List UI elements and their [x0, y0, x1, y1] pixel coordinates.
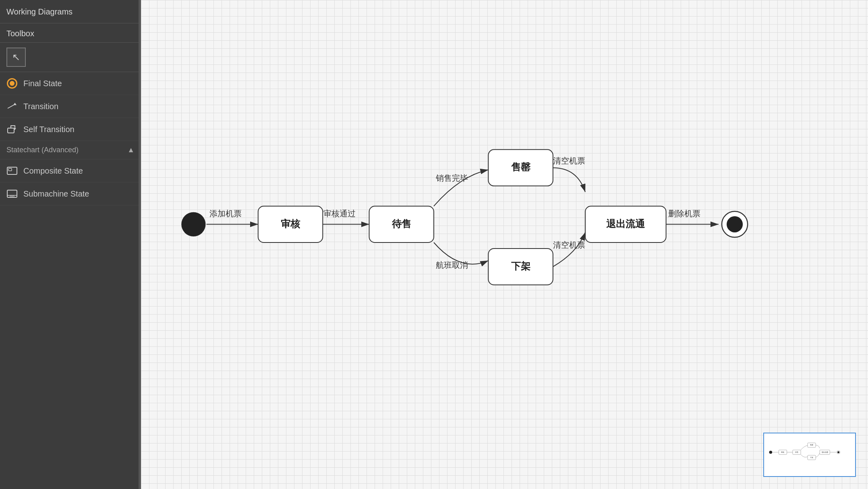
- final-state-label: Final State: [23, 79, 62, 88]
- cursor-icon: ↖: [12, 52, 20, 63]
- toolbox-item-self-transition[interactable]: Self Transition: [0, 118, 141, 141]
- working-diagrams-label: Working Diagrams: [6, 7, 73, 16]
- initial-state-node[interactable]: [181, 212, 205, 236]
- toolbox-area: Toolbox ↖ Final State: [0, 23, 141, 205]
- cursor-tool[interactable]: ↖: [6, 48, 26, 67]
- self-transition-label: Self Transition: [23, 125, 75, 134]
- final-state-icon-container: [6, 78, 18, 89]
- working-diagrams-header: Working Diagrams: [0, 0, 141, 23]
- composite-state-label: Composite State: [23, 166, 83, 176]
- label-shejia: 售罄: [511, 162, 531, 172]
- svg-rect-8: [10, 196, 12, 197]
- arrow-shejia-tuichu: [553, 168, 585, 192]
- submachine-state-label: Submachine State: [23, 189, 89, 199]
- transition-icon: [7, 101, 17, 112]
- final-state-icon: [7, 78, 17, 89]
- self-transition-icon-container: [6, 124, 18, 135]
- composite-state-icon: [7, 167, 17, 175]
- label-tuichu-end: 删除机票: [668, 209, 700, 218]
- minimap-content: 审核 待售 售罄 下架: [764, 433, 855, 476]
- toolbox-header: Toolbox: [0, 23, 141, 43]
- canvas-area[interactable]: 添加机票 审核 审核通过 待售 销售完毕 售罄 清空机票 航班取消 下架 清空机…: [141, 0, 868, 489]
- label-tuichu: 退出流通: [606, 218, 645, 229]
- label-shenhe: 审核: [281, 218, 300, 229]
- statechart-advanced-header[interactable]: Statechart (Advanced) ▲: [0, 141, 141, 160]
- minimap-svg: 审核 待售 售罄 下架: [764, 433, 855, 476]
- svg-point-11: [769, 451, 773, 454]
- label-daishou: 待售: [392, 218, 411, 229]
- label-daishou-shejia: 销售完毕: [435, 174, 468, 182]
- collapse-icon: ▲: [127, 146, 135, 154]
- svg-point-26: [837, 451, 839, 453]
- submachine-state-icon: [7, 190, 17, 198]
- label-xiajia: 下架: [511, 261, 530, 271]
- transition-label: Transition: [23, 102, 58, 111]
- statechart-advanced-label: Statechart (Advanced): [6, 146, 79, 154]
- sidebar: Working Diagrams Toolbox ↖ Final State: [0, 0, 141, 489]
- toolbox-item-composite-state[interactable]: Composite State: [0, 160, 141, 182]
- label-start-shenhe: 添加机票: [209, 209, 242, 218]
- transition-icon-container: [6, 101, 18, 112]
- cursor-tool-container: ↖: [0, 43, 141, 72]
- svg-marker-1: [13, 103, 17, 105]
- svg-rect-9: [12, 196, 14, 197]
- final-state-inner: [10, 81, 15, 86]
- diagram-svg: 添加机票 审核 审核通过 待售 销售完毕 售罄 清空机票 航班取消 下架 清空机…: [141, 0, 868, 489]
- toolbox-item-final-state[interactable]: Final State: [0, 72, 141, 95]
- self-transition-icon: [7, 124, 17, 135]
- toolbox-item-transition[interactable]: Transition: [0, 95, 141, 118]
- composite-state-icon-container: [6, 165, 18, 176]
- submachine-state-icon-container: [6, 188, 18, 199]
- label-shenhe-daishou: 审核通过: [323, 209, 356, 218]
- svg-rect-5: [8, 168, 12, 171]
- label-xiajia-tuichu: 清空机票: [553, 240, 585, 249]
- svg-rect-2: [8, 128, 14, 133]
- minimap[interactable]: 审核 待售 售罄 下架: [763, 433, 856, 477]
- arrow-xiajia-tuichu: [553, 232, 585, 267]
- sidebar-scroll[interactable]: Toolbox ↖ Final State: [0, 23, 141, 489]
- final-state-inner: [727, 216, 743, 232]
- svg-rect-6: [7, 190, 17, 197]
- label-daishou-xiajia: 航班取消: [436, 261, 468, 269]
- toolbox-item-submachine-state[interactable]: Submachine State: [0, 182, 141, 205]
- label-shejia-tuichu: 清空机票: [553, 156, 585, 165]
- toolbox-label: Toolbox: [6, 29, 34, 38]
